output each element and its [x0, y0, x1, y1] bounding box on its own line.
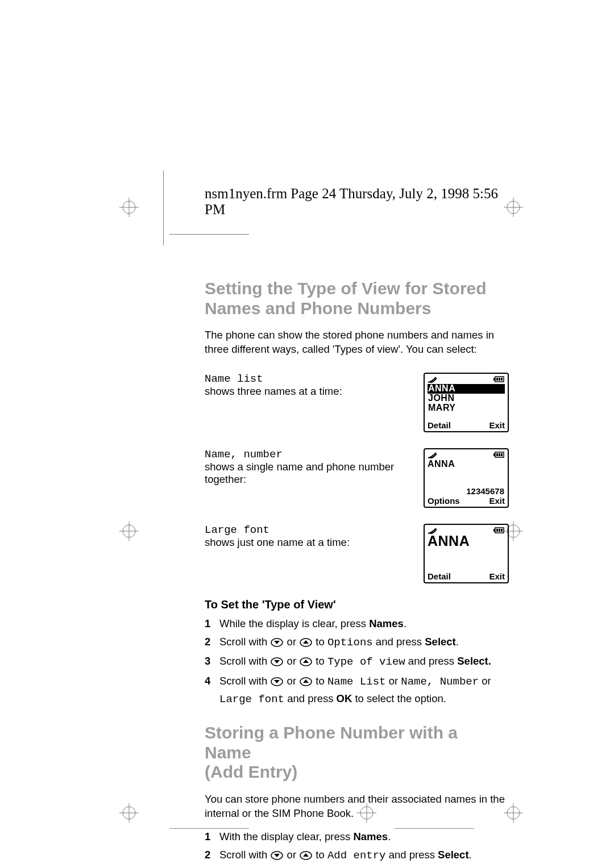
step-item: 1 While the display is clear, press Name… [205, 616, 509, 632]
step-number: 2 [205, 847, 219, 865]
step-number: 3 [205, 653, 219, 671]
softkey-right: Exit [489, 420, 505, 430]
svg-rect-28 [496, 453, 498, 456]
section-heading: Storing a Phone Number with a Name (Add … [205, 723, 509, 782]
svg-marker-51 [303, 853, 309, 857]
step-item: 1 With the display clear, press Names. [205, 829, 509, 845]
lcd-name: MARY [428, 403, 505, 413]
lcd-softkeys: Detail Exit [428, 571, 505, 581]
lcd-status [428, 376, 505, 383]
view-code: Name list [205, 373, 263, 385]
scroll-down-icon [271, 655, 283, 671]
svg-marker-45 [274, 680, 280, 683]
step-text: Scroll with or to Add entry and press Se… [219, 847, 509, 865]
step-number: 1 [205, 616, 219, 632]
battery-icon [493, 452, 505, 458]
view-desc: shows a single name and phone number tog… [205, 461, 394, 485]
signal-icon [428, 452, 440, 458]
register-mark-icon [119, 521, 139, 541]
lcd-name-large: ANNA [428, 534, 505, 548]
lcd-names: ANNA JOHN MARY [428, 383, 505, 420]
scroll-up-icon [300, 636, 312, 652]
svg-marker-37 [274, 641, 280, 644]
heading-line: Setting the Type of View for Stored [205, 279, 487, 298]
page-content: nsm1nyen.frm Page 24 Thursday, July 2, 1… [205, 186, 509, 868]
view-option: Large font shows just one name at a time… [205, 524, 509, 583]
svg-marker-41 [274, 660, 280, 663]
lcd-softkeys: Options Exit [428, 496, 505, 506]
signal-icon [428, 376, 440, 383]
scroll-down-icon [271, 636, 283, 652]
svg-rect-30 [501, 453, 503, 456]
lcd-softkeys: Detail Exit [428, 420, 505, 430]
step-item: 2 Scroll with or to Add entry and press … [205, 847, 509, 865]
battery-icon [493, 376, 505, 382]
step-text: Scroll with or to Options and press Sele… [219, 634, 509, 652]
svg-rect-25 [501, 378, 503, 381]
lcd-name: JOHN [428, 394, 505, 403]
lcd-preview: ANNA JOHN MARY Detail Exit [424, 373, 509, 432]
crop-rule [163, 170, 164, 245]
page-slug: nsm1nyen.frm Page 24 Thursday, July 2, 1… [205, 186, 509, 218]
softkey-left: Detail [428, 420, 451, 430]
svg-marker-47 [303, 679, 309, 683]
view-desc: shows three names at a time: [205, 385, 342, 397]
steps-list: 1 While the display is clear, press Name… [205, 616, 509, 708]
section-heading: Setting the Type of View for Stored Name… [205, 279, 509, 318]
softkey-right: Exit [489, 571, 505, 581]
step-item: 2 Scroll with or to Options and press Se… [205, 634, 509, 652]
step-item: 4 Scroll with or to Name List or Name, N… [205, 673, 509, 707]
lcd-preview: ANNA 12345678 Options Exit [424, 448, 509, 508]
view-option: Name list shows three names at a time: A… [205, 373, 509, 432]
intro-text: You can store phone numbers and their as… [205, 792, 509, 821]
svg-rect-23 [496, 378, 498, 381]
manual-page: nsm1nyen.frm Page 24 Thursday, July 2, 1… [0, 0, 614, 868]
view-desc: shows just one name at a time: [205, 536, 350, 548]
svg-marker-39 [303, 640, 309, 644]
scroll-up-icon [300, 849, 312, 865]
heading-line: (Add Entry) [205, 762, 297, 781]
battery-icon [493, 527, 505, 533]
intro-text: The phone can show the stored phone numb… [205, 328, 509, 357]
step-text: Scroll with or to Name List or Name, Num… [219, 673, 509, 707]
steps-list: 1 With the display clear, press Names. 2… [205, 829, 509, 865]
view-text: Large font shows just one name at a time… [205, 524, 424, 583]
svg-rect-35 [501, 529, 503, 532]
svg-rect-33 [496, 529, 498, 532]
step-number: 2 [205, 634, 219, 652]
step-number: 4 [205, 673, 219, 707]
svg-marker-43 [303, 660, 309, 663]
step-item: 3 Scroll with or to Type of view and pre… [205, 653, 509, 671]
softkey-left: Options [428, 496, 460, 506]
softkey-left: Detail [428, 571, 451, 581]
step-text: Scroll with or to Type of view and press… [219, 653, 509, 671]
scroll-down-icon [271, 849, 283, 865]
heading-line: Storing a Phone Number with a Name [205, 723, 458, 762]
lcd-name-selected: ANNA [428, 384, 505, 394]
svg-rect-29 [499, 453, 500, 456]
view-text: Name, number shows a single name and pho… [205, 448, 424, 508]
lcd-status [428, 452, 505, 458]
register-mark-icon [119, 198, 139, 217]
lcd-number: 12345678 [428, 486, 505, 496]
lcd-preview: ANNA Detail Exit [424, 524, 509, 583]
view-code: Large font [205, 524, 269, 536]
view-code: Name, number [205, 448, 283, 461]
svg-rect-24 [499, 378, 500, 381]
step-text: With the display clear, press Names. [219, 829, 509, 845]
lcd-name: ANNA [428, 458, 505, 469]
softkey-right: Exit [489, 496, 505, 506]
scroll-up-icon [300, 655, 312, 671]
view-text: Name list shows three names at a time: [205, 373, 424, 432]
register-mark-icon [119, 803, 139, 823]
svg-rect-34 [499, 529, 500, 532]
scroll-down-icon [271, 675, 283, 691]
heading-line: Names and Phone Numbers [205, 299, 431, 318]
step-text: While the display is clear, press Names. [219, 616, 509, 632]
subsection-heading: To Set the 'Type of View' [205, 598, 509, 611]
scroll-up-icon [300, 675, 312, 691]
view-option: Name, number shows a single name and pho… [205, 448, 509, 508]
svg-marker-49 [274, 854, 280, 857]
step-number: 1 [205, 829, 219, 845]
